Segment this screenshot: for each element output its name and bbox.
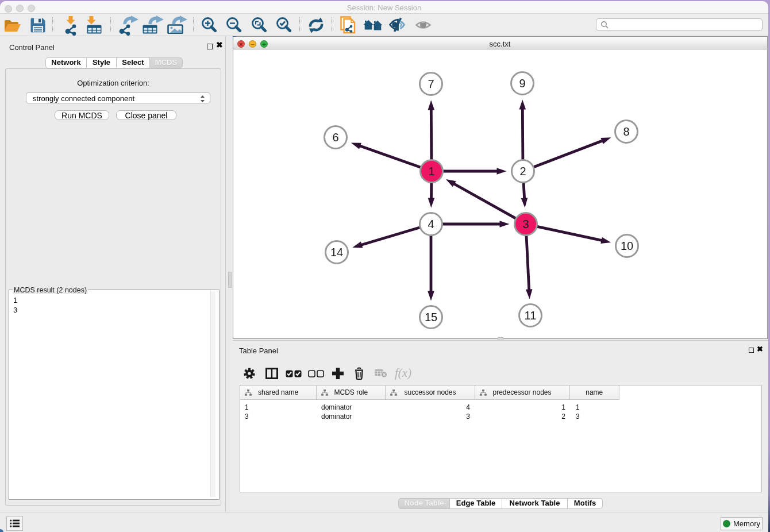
svg-text:2: 2: [519, 165, 526, 178]
svg-text:9: 9: [519, 77, 525, 90]
svg-text:11: 11: [524, 309, 536, 322]
svg-text:8: 8: [623, 125, 629, 138]
svg-text:3: 3: [522, 218, 529, 230]
svg-text:10: 10: [620, 240, 633, 252]
svg-text:7: 7: [428, 78, 434, 90]
svg-text:6: 6: [332, 131, 338, 144]
svg-text:1: 1: [428, 165, 434, 178]
svg-text:4: 4: [428, 218, 434, 230]
svg-text:15: 15: [424, 311, 437, 323]
svg-text:14: 14: [330, 246, 342, 259]
